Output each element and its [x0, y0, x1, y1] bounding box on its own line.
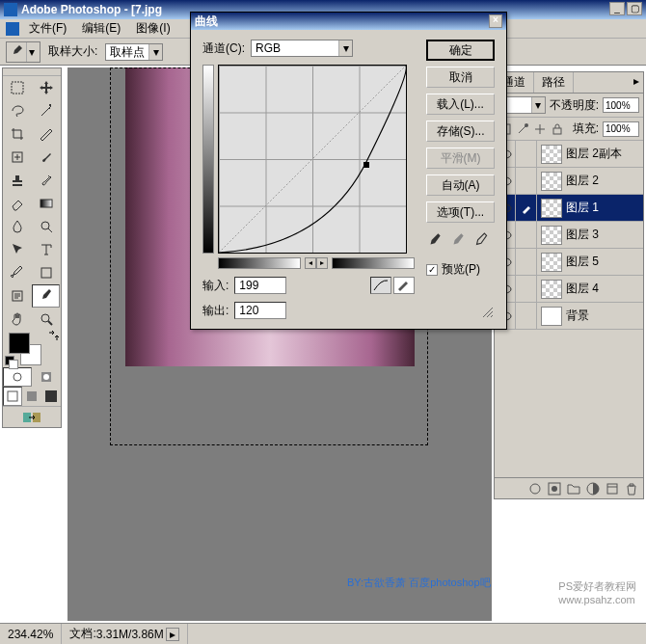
tool-lasso[interactable] [3, 99, 31, 122]
tool-zoom[interactable] [32, 308, 60, 331]
tool-path-select[interactable] [3, 238, 31, 261]
tool-stamp[interactable] [3, 169, 31, 192]
menu-file[interactable]: 文件(F) [23, 18, 72, 39]
tool-history-brush[interactable] [32, 169, 60, 192]
white-point-eyedropper[interactable] [472, 232, 490, 250]
curve-grid[interactable] [218, 65, 407, 254]
foreground-swatch[interactable] [9, 333, 30, 354]
layer-row[interactable]: 图层 1 [495, 195, 643, 222]
zoom-level[interactable]: 234.42% [8, 628, 53, 641]
link-toggle[interactable] [516, 141, 537, 167]
default-colors-icon[interactable] [5, 356, 16, 367]
layer-thumbnail[interactable] [541, 280, 562, 299]
standard-mode-button[interactable] [3, 367, 32, 387]
arrow-left-icon[interactable]: ◂ [305, 257, 316, 269]
ok-button[interactable]: 确定 [426, 40, 495, 61]
screen-full-button[interactable] [41, 387, 61, 406]
tool-type[interactable] [32, 238, 60, 261]
adjustment-layer-icon[interactable] [585, 481, 601, 496]
toolbox-grip[interactable] [3, 68, 61, 76]
resize-grip-icon[interactable] [481, 306, 495, 319]
tool-move[interactable] [32, 76, 60, 99]
status-menu-button[interactable]: ▸ [166, 628, 179, 641]
output-field[interactable] [234, 302, 286, 319]
layer-mask-icon[interactable] [547, 481, 562, 496]
tool-pen[interactable] [3, 261, 31, 284]
new-layer-icon[interactable] [605, 481, 620, 496]
layer-row[interactable]: 图层 2副本 [495, 141, 643, 168]
new-group-icon[interactable] [566, 481, 581, 496]
layer-row[interactable]: 图层 4 [495, 276, 643, 303]
swap-colors-icon[interactable] [47, 331, 59, 342]
menu-edit[interactable]: 编辑(E) [76, 18, 126, 39]
layer-thumbnail[interactable] [541, 307, 562, 326]
channel-select[interactable]: RGB ▾ [251, 40, 353, 57]
screen-standard-button[interactable] [3, 387, 22, 406]
toolbox [2, 67, 62, 428]
delete-layer-icon[interactable] [624, 481, 639, 496]
fill-field[interactable] [603, 121, 639, 137]
curve-mode-spline[interactable] [370, 277, 391, 294]
quickmask-mode-button[interactable] [32, 367, 61, 387]
tool-heal[interactable] [3, 146, 31, 169]
gray-point-eyedropper[interactable] [449, 232, 467, 250]
preview-checkbox[interactable]: ✓ [426, 264, 438, 276]
layer-thumbnail[interactable] [541, 226, 562, 245]
tool-notes[interactable] [3, 284, 31, 308]
layer-thumbnail[interactable] [541, 253, 562, 272]
input-field[interactable] [234, 277, 286, 294]
lock-position-icon[interactable] [533, 122, 547, 136]
tab-paths[interactable]: 路径 [534, 72, 574, 93]
tool-shape[interactable] [32, 261, 60, 284]
layer-thumbnail[interactable] [541, 145, 562, 164]
tool-hand[interactable] [3, 308, 31, 331]
save-button[interactable]: 存储(S)... [426, 121, 495, 142]
link-toggle[interactable] [516, 195, 537, 221]
curve-mode-pencil[interactable] [393, 277, 415, 294]
svg-rect-0 [12, 82, 23, 94]
input-label: 输入: [202, 278, 229, 294]
tool-eraser[interactable] [3, 192, 31, 215]
tool-crop[interactable] [3, 122, 31, 146]
tool-eyedropper[interactable] [32, 284, 60, 308]
layer-row[interactable]: 图层 5 [495, 249, 643, 276]
black-point-eyedropper[interactable] [426, 232, 444, 250]
dialog-titlebar[interactable]: 曲线 × [191, 13, 506, 30]
layer-thumbnail[interactable] [541, 199, 562, 218]
lock-pixels-icon[interactable] [516, 122, 529, 136]
layer-row[interactable]: 图层 2 [495, 168, 643, 195]
link-toggle[interactable] [516, 249, 537, 275]
maximize-button[interactable]: ▢ [627, 2, 642, 15]
link-toggle[interactable] [516, 303, 537, 329]
layer-row[interactable]: 图层 3 [495, 222, 643, 249]
opacity-field[interactable] [603, 97, 639, 113]
link-toggle[interactable] [516, 168, 537, 194]
menu-image[interactable]: 图像(I) [130, 18, 175, 39]
cancel-button[interactable]: 取消 [426, 67, 495, 88]
tool-preset-dropdown[interactable]: ▾ [6, 41, 40, 63]
close-button[interactable]: × [489, 14, 502, 28]
tool-blur[interactable] [3, 215, 31, 238]
tool-dodge[interactable] [32, 215, 60, 238]
tool-slice[interactable] [32, 122, 60, 146]
layer-style-icon[interactable] [527, 481, 543, 496]
options-button[interactable]: 选项(T)... [426, 201, 495, 223]
arrow-right-icon[interactable]: ▸ [316, 257, 328, 269]
screen-fullmenu-button[interactable] [22, 387, 41, 406]
sample-size-select[interactable]: 取样点 ▾ [105, 43, 163, 61]
auto-button[interactable]: 自动(A) [426, 174, 495, 196]
link-toggle[interactable] [516, 222, 537, 248]
load-button[interactable]: 载入(L)... [426, 94, 495, 115]
tool-marquee[interactable] [3, 76, 31, 99]
minimize-button[interactable]: _ [609, 2, 625, 15]
tool-gradient[interactable] [32, 192, 60, 215]
curve-point[interactable] [363, 162, 369, 168]
jump-to-imageready-button[interactable] [3, 406, 61, 427]
layer-thumbnail[interactable] [541, 172, 562, 191]
tool-brush[interactable] [32, 146, 60, 169]
tool-wand[interactable] [32, 99, 60, 122]
panel-menu-icon[interactable]: ▸ [630, 72, 643, 93]
lock-all-icon[interactable] [551, 122, 564, 136]
layer-row[interactable]: 背景 [495, 303, 643, 330]
link-toggle[interactable] [516, 276, 537, 302]
